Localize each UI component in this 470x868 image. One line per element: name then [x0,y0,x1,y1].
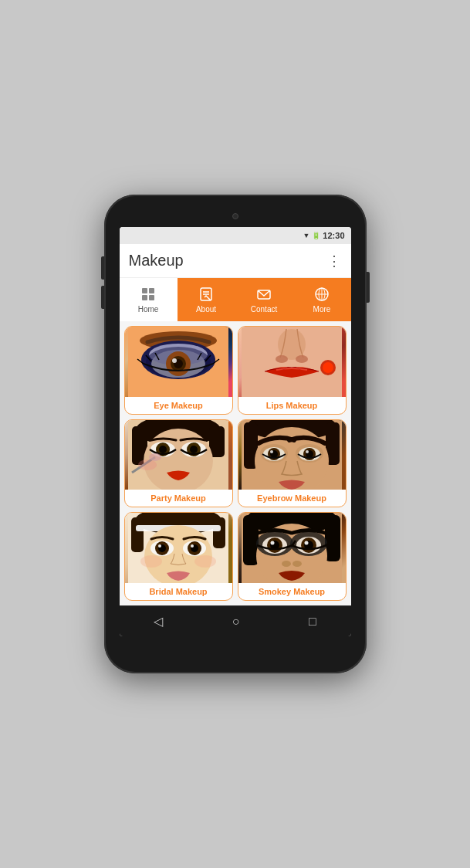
tab-contact-label: Contact [251,306,277,314]
recent-apps-button[interactable]: □ [296,610,329,633]
contact-icon [256,287,272,304]
battery-icon: 🔋 [312,232,320,239]
status-bar: ▼ 🔋 12:30 [120,227,351,244]
vol-down-button [101,286,104,309]
smokey-makeup-label: Smokey Makeup [238,583,346,600]
svg-point-44 [190,446,198,453]
svg-point-70 [194,555,216,568]
svg-point-41 [159,446,167,453]
bridal-makeup-card[interactable]: Bridal Makeup [124,512,233,601]
status-icons: ▼ 🔋 12:30 [303,231,344,240]
svg-point-78 [191,544,194,548]
svg-point-94 [282,561,291,567]
svg-point-29 [278,329,306,360]
home-icon [140,287,156,304]
phone-top [112,209,359,224]
eye-makeup-image [125,327,232,397]
svg-point-92 [271,541,275,545]
bridal-makeup-label: Bridal Makeup [125,583,232,600]
svg-rect-1 [149,288,154,293]
tab-more-label: More [313,306,331,314]
back-button[interactable]: ◁ [141,609,175,633]
more-icon [314,287,330,304]
party-makeup-card[interactable]: Party Makeup [124,419,233,508]
tab-home-label: Home [138,306,159,314]
svg-point-95 [292,561,302,567]
eye-makeup-card[interactable]: Eye Makeup [124,326,233,415]
status-time: 12:30 [323,231,344,240]
svg-point-21 [172,358,177,363]
overflow-menu-button[interactable]: ⋮ [327,253,342,270]
tab-about-label: About [196,306,216,314]
svg-rect-81 [243,515,259,565]
bottom-nav: ◁ ○ □ [120,605,351,636]
svg-point-93 [305,541,309,545]
vol-up-button [101,256,104,280]
svg-rect-2 [142,295,147,300]
phone-screen: ▼ 🔋 12:30 Makeup ⋮ [120,227,351,636]
svg-rect-0 [142,288,147,293]
about-icon [198,287,214,304]
content-area: Eye Makeup [120,321,351,605]
power-button [367,272,370,303]
svg-point-62 [306,450,309,453]
svg-rect-66 [213,517,225,548]
party-makeup-label: Party Makeup [125,490,232,507]
tab-more[interactable]: More [293,278,351,321]
svg-point-33 [296,355,308,363]
eye-makeup-label: Eye Makeup [125,397,232,414]
svg-rect-65 [131,517,144,552]
phone-shell: ▼ 🔋 12:30 Makeup ⋮ [104,195,367,673]
app-title: Makeup [129,252,184,270]
front-camera [232,213,238,219]
svg-point-77 [158,544,161,548]
svg-point-31 [323,362,333,373]
tab-contact[interactable]: Contact [235,278,293,321]
wifi-icon: ▼ [303,232,309,239]
eyebrow-makeup-card[interactable]: Eyebrow Makeup [238,419,347,508]
smokey-makeup-image [238,513,346,583]
party-makeup-image [125,420,232,490]
svg-point-61 [270,450,273,453]
lips-makeup-card[interactable]: Lips Makeup [238,326,347,415]
home-button[interactable]: ○ [220,610,252,633]
bridal-makeup-image [125,513,232,583]
smokey-makeup-card[interactable]: Smokey Makeup [238,512,347,601]
lips-makeup-label: Lips Makeup [238,397,346,414]
svg-point-47 [138,459,157,470]
tab-bar: Home About [120,278,351,321]
svg-point-32 [276,355,288,363]
eyebrow-makeup-image [238,420,346,490]
tab-about[interactable]: About [178,278,235,321]
svg-rect-82 [325,515,340,561]
svg-rect-3 [149,295,154,300]
app-bar: Makeup ⋮ [120,244,351,278]
eyebrow-makeup-label: Eyebrow Makeup [238,490,346,507]
svg-point-69 [140,555,162,568]
tab-home[interactable]: Home [120,278,178,321]
lips-makeup-image [238,327,346,397]
